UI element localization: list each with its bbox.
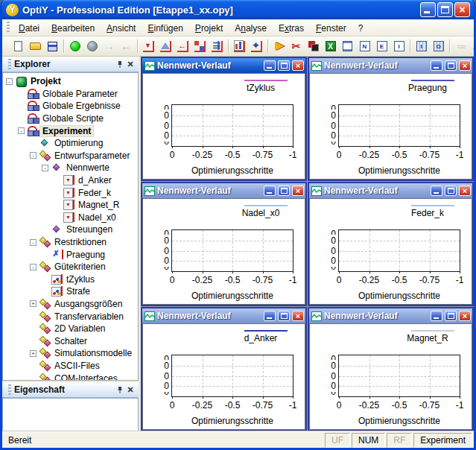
maximize-button[interactable] [445,311,457,321]
chart-window-titlebar[interactable]: Nennwert-Verlauf × [142,58,305,73]
constraint-icon[interactable] [158,39,174,54]
minimize-button[interactable] [431,186,442,196]
collapse-icon[interactable]: - [30,152,37,159]
maximize-button[interactable] [278,60,290,71]
tree-item-transfervariablen[interactable]: Transfervariablen [4,310,138,323]
back-icon[interactable]: ← [118,39,134,54]
tree-item-strafe[interactable]: Strafe [4,285,138,298]
cut-icon[interactable]: ✂ [288,39,304,54]
collapse-icon[interactable]: - [30,239,37,246]
maximize-button[interactable] [278,186,290,196]
chart-window-titlebar[interactable]: Nennwert-Verlauf × [309,183,472,198]
chart-window-titlebar[interactable]: Nennwert-Verlauf × [309,58,472,73]
antenna-icon[interactable]: ⌖ [249,39,264,54]
menu-item-[interactable]: ? [352,22,369,35]
chart-window-titlebar[interactable]: Nennwert-Verlauf × [309,308,472,323]
tree-item-restriktionen[interactable]: -Restriktionen [4,236,138,249]
import-i-icon[interactable]: I [391,39,407,54]
tree-item-nennwerte[interactable]: -Nennwerte [4,162,138,174]
close-button[interactable]: × [292,311,304,321]
collapse-icon[interactable]: - [6,78,13,85]
close-button[interactable]: × [459,311,471,321]
menu-item-extras[interactable]: Extras [273,22,310,35]
report-icon[interactable] [340,39,355,54]
tree-item-g-tekriterien[interactable]: -Gütekriterien [4,261,138,273]
close-button[interactable]: × [454,2,470,17]
tree-item-optimierung[interactable]: Optimierung [4,137,138,150]
tree-item-experiment[interactable]: -Experiment [4,124,138,137]
menu-grip[interactable] [7,22,10,33]
maximize-button[interactable] [278,311,290,321]
maximize-button[interactable] [437,2,453,17]
tree-item-schalter[interactable]: Schalter [4,335,138,347]
tree-item-projekt[interactable]: -Projekt [4,75,138,88]
property-panel-titlebar[interactable]: Eigenschaft ✕ [2,382,139,398]
tree-item-tzyklus[interactable]: tZyklus [4,273,138,286]
sound-icon[interactable] [271,39,287,54]
tree-item-globale-scripte[interactable]: Globale Scripte [4,112,138,125]
collapse-icon[interactable]: - [42,165,48,171]
tiles-icon[interactable] [305,39,321,54]
excel-icon[interactable]: X [323,39,338,54]
explorer-close-icon[interactable]: ✕ [125,59,136,69]
forward-icon[interactable]: → [101,39,117,54]
minimize-button[interactable] [431,60,442,71]
property-grip[interactable] [8,384,11,395]
result-chart-icon[interactable] [232,39,247,54]
close-button[interactable]: × [292,60,304,71]
title-bar[interactable]: Y OptiY - Professional Edition [Etappe1_… [2,0,474,19]
maximize-button[interactable] [445,186,457,196]
collapse-icon[interactable]: - [18,127,25,134]
expand-icon[interactable]: + [30,350,37,357]
tree-item-nadel-x0[interactable]: Nadel_x0 [4,212,138,224]
grid-input-icon[interactable]: I [413,39,429,54]
waves-icon[interactable]: ≈≈ [453,39,469,54]
tree-item-simulationsmodelle[interactable]: +Simulationsmodelle [4,347,138,360]
tree-item-streuungen[interactable]: Streuungen [4,224,138,236]
tree-item-d-anker[interactable]: d_Anker [4,174,138,187]
minimize-button[interactable] [420,2,436,17]
maximize-button[interactable] [445,60,457,71]
close-button[interactable]: × [459,60,471,71]
blocks-icon[interactable] [192,39,208,54]
menu-item-ansicht[interactable]: Ansicht [101,22,142,35]
minimize-button[interactable] [264,60,276,71]
explorer-panel-titlebar[interactable]: Explorer ✕ [2,57,139,72]
grid-output-icon[interactable]: O [431,39,446,54]
tree-item-2d-variablen[interactable]: 2D Variablen [4,323,138,335]
start-icon[interactable] [67,39,83,54]
nominal-value-icon[interactable]: ▼ [141,39,156,54]
collapse-icon[interactable]: - [30,264,37,270]
stop-icon[interactable] [84,39,100,54]
menu-item-projekt[interactable]: Projekt [189,22,229,35]
expand-icon[interactable]: + [30,300,37,307]
minimize-button[interactable] [264,311,276,321]
tree-item-ausgangsgr-en[interactable]: +Ausgangsgrößen [4,298,138,311]
property-close-icon[interactable]: ✕ [125,384,136,395]
menu-item-datei[interactable]: Datei [13,22,45,35]
minimize-button[interactable] [264,186,276,196]
workflow-icon[interactable]: ⇶ [209,39,225,54]
gauss-icon[interactable] [470,39,476,54]
menu-item-analyse[interactable]: Analyse [229,22,273,35]
close-button[interactable]: × [459,186,471,196]
close-button[interactable]: × [292,186,304,196]
explorer-grip[interactable] [8,59,11,69]
com-n-icon[interactable]: N [357,39,372,54]
tree-item-entwurfsparameter[interactable]: -Entwurfsparameter [4,150,138,162]
open-icon[interactable] [28,39,43,54]
chart-window-titlebar[interactable]: Nennwert-Verlauf × [142,308,305,323]
save-icon[interactable] [45,39,60,54]
new-icon[interactable] [10,39,26,54]
input-arrow-icon[interactable]: ← [175,39,191,54]
menu-item-bearbeiten[interactable]: Bearbeiten [45,22,101,35]
pin-icon[interactable] [115,59,125,69]
minimize-button[interactable] [431,311,442,321]
tree-item-praegung[interactable]: Praegung [4,248,138,261]
menu-item-einfgen[interactable]: Einfügen [142,22,188,35]
tree-item-globale-ergebnisse[interactable]: Globale Ergebnisse [4,100,138,112]
tree-item-magnet-r[interactable]: Magnet_R [4,199,138,212]
tree-item-globale-parameter[interactable]: Globale Parameter [4,88,138,101]
menu-item-fenster[interactable]: Fenster [310,22,352,35]
tree-item-ascii-files[interactable]: ASCII-Files [4,360,138,373]
